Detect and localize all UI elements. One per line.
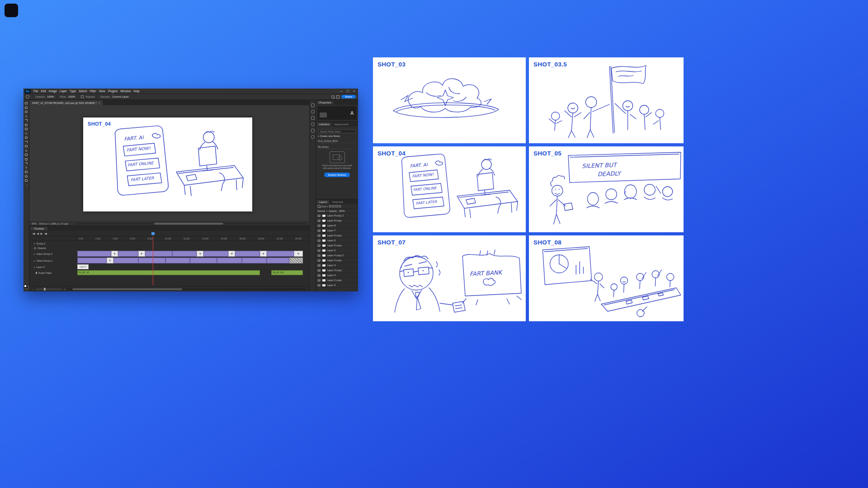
library-item[interactable]: My library [318, 145, 356, 149]
close-button[interactable]: × [353, 89, 355, 93]
filter-search-icon[interactable] [317, 205, 321, 208]
track-label-video-group-1[interactable]: ▸ Video Group 1 [29, 259, 77, 262]
tool-hand-icon[interactable] [24, 179, 28, 182]
timeline-zoom-slider[interactable] [36, 289, 61, 290]
layer-row[interactable]: Layer 3 [316, 273, 358, 278]
tool-history-brush-icon[interactable] [24, 141, 28, 144]
video-clip[interactable] [242, 258, 267, 263]
video-clip[interactable] [190, 258, 217, 263]
layer-visibility-icon[interactable] [317, 274, 321, 277]
video-clip[interactable] [113, 258, 138, 263]
layer-visibility-icon[interactable] [317, 264, 321, 267]
create-library-button[interactable]: + Create new library [318, 135, 356, 137]
menu-image[interactable]: Image [49, 89, 57, 93]
desktop-icon[interactable] [5, 4, 18, 17]
dock-panel-icon-4[interactable] [311, 129, 315, 132]
caret-icon[interactable]: ▸ [34, 253, 35, 255]
play-button[interactable]: ▶ [41, 232, 42, 235]
layer-visibility-icon[interactable] [317, 235, 321, 237]
track-label-group[interactable]: ▾ Group 2 [29, 242, 77, 245]
maximize-button[interactable]: ▢ [346, 89, 349, 93]
tool-marquee-icon[interactable] [24, 106, 28, 109]
timeline-tab[interactable]: Timeline [30, 227, 47, 230]
menu-type[interactable]: Type [70, 89, 76, 93]
adjustments-tab[interactable]: Adjustments [332, 122, 351, 126]
layer-row[interactable]: Layer 4 copy 2 [316, 253, 358, 258]
audio-clip[interactable]: FA_RF_V02 [271, 270, 303, 275]
text-clip[interactable]: T [111, 251, 118, 257]
dock-panel-icon-0[interactable] [311, 103, 315, 107]
layer-row[interactable]: Layer 8 copy 2 [316, 213, 358, 218]
layer-row[interactable]: Layer 5 [316, 248, 358, 253]
layer-row[interactable]: Layer 2 [316, 283, 358, 288]
layers-tab[interactable]: Layers [317, 200, 329, 204]
stopwatch-icon[interactable] [34, 247, 36, 249]
storyboard-panel-shot07[interactable]: SHOT_07 FART BANK [373, 235, 526, 321]
text-clip[interactable]: T [228, 251, 235, 257]
layer-row[interactable]: Layer 6 copy [316, 233, 358, 238]
video-clip[interactable] [217, 258, 242, 263]
text-clip[interactable]: T [138, 251, 145, 257]
canvas-horizontal-scrollbar[interactable] [75, 223, 307, 225]
video-clip[interactable] [77, 258, 107, 263]
selected-clip[interactable] [289, 258, 303, 263]
video-clip[interactable] [172, 251, 197, 257]
layer-row[interactable]: Layer 8 copy [316, 218, 358, 223]
tool-clone-stamp-icon[interactable] [24, 136, 28, 139]
video-clip[interactable] [165, 258, 190, 263]
track-label-video-group-2[interactable]: ▸ Video Group 2 [29, 253, 77, 255]
timeline-playhead[interactable] [153, 236, 153, 286]
foreground-color-swatch[interactable] [24, 285, 27, 287]
dock-panel-icon-3[interactable] [311, 122, 315, 126]
layer-visibility-icon[interactable] [317, 259, 321, 262]
layer-clip[interactable]: Layer 3 [77, 264, 89, 269]
storyboard-panel-shot08[interactable]: SHOT_08 [529, 235, 684, 321]
filter-kind[interactable]: Kind [321, 205, 326, 208]
menu-help[interactable]: Help [133, 89, 139, 93]
track-label-audio[interactable]: Audio Track [29, 272, 77, 274]
tool-dodge-icon[interactable] [24, 158, 28, 161]
layer-row[interactable]: Layer 8 [316, 223, 358, 228]
layer-visibility-icon[interactable] [317, 220, 321, 222]
properties-tab[interactable]: Properties [317, 101, 333, 104]
timeline-scrollbar[interactable] [67, 288, 306, 290]
layer-visibility-icon[interactable] [317, 244, 321, 247]
tool-crop-icon[interactable] [24, 119, 28, 122]
video-clip[interactable] [145, 251, 172, 257]
video-clip[interactable] [235, 251, 260, 257]
libraries-tab[interactable]: Libraries [317, 122, 331, 126]
tool-move-icon[interactable] [24, 102, 28, 105]
tool-zoom-icon[interactable] [24, 183, 28, 187]
zoom-slider-thumb[interactable] [44, 288, 46, 291]
video-clip[interactable] [77, 251, 111, 257]
zoom-out-icon[interactable]: – [33, 288, 34, 291]
text-clip[interactable]: T [107, 258, 113, 263]
library-item[interactable]: FLS_GUILD_BOX [318, 139, 356, 143]
layer-visibility-icon[interactable] [317, 284, 321, 286]
menu-window[interactable]: Window [120, 89, 131, 93]
audio-clip[interactable]: FA_RF_VO [77, 270, 260, 275]
layer-row[interactable]: Layer 3 copy [316, 268, 358, 273]
video-clip[interactable] [267, 251, 294, 257]
document-tab[interactable]: FART_AI_STORYBOARD_v02.psd @ 50% (RGB/8)… [29, 100, 103, 105]
share-button[interactable]: Share [341, 95, 356, 99]
track-label-layer-3[interactable]: ▸ Layer 3 [29, 266, 77, 268]
tool-type-icon[interactable]: T [24, 166, 28, 169]
dock-panel-icon-1[interactable] [311, 110, 315, 113]
track-label-opacity[interactable]: Opacity [29, 247, 77, 249]
tool-gradient-icon[interactable] [24, 149, 28, 152]
explore-libraries-button[interactable]: Explore libraries [324, 173, 350, 177]
layer-visibility-icon[interactable] [317, 230, 321, 232]
filter-smart-object-icon[interactable] [339, 205, 341, 207]
scrollbar-thumb[interactable] [154, 223, 224, 225]
storyboard-panel-shot04[interactable]: SHOT_04 FART. AI FART NOW! FART ONLINE F… [373, 146, 526, 232]
filter-pixel-icon[interactable] [329, 205, 331, 207]
video-clip[interactable] [138, 258, 165, 263]
tool-eraser-icon[interactable] [24, 145, 28, 148]
channels-tab[interactable]: Channels [330, 200, 345, 204]
tool-pen-icon[interactable] [24, 162, 28, 165]
layer-row[interactable]: Layer 6 [316, 238, 358, 243]
layer-visibility-icon[interactable] [317, 215, 321, 217]
text-clip[interactable]: T [260, 251, 267, 257]
sample-value[interactable]: Current Layer [112, 95, 129, 98]
